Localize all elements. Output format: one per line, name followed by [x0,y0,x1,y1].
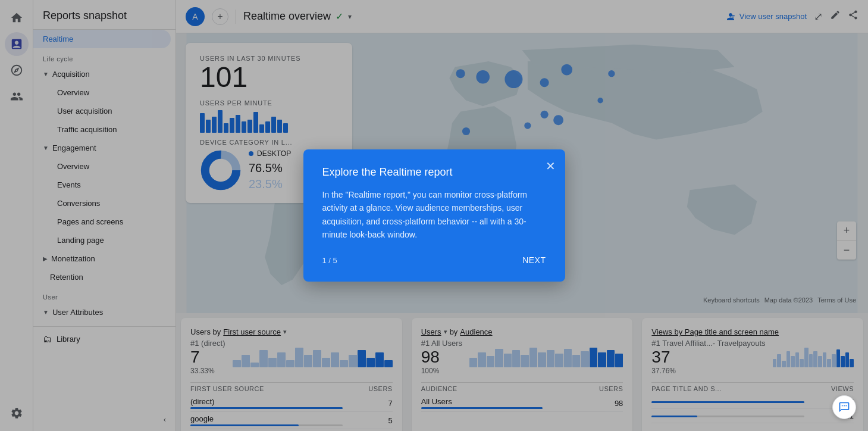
modal-title: Explore the Realtime report [322,166,546,179]
svg-rect-20 [846,405,847,407]
svg-rect-19 [844,405,845,407]
chat-button[interactable] [832,395,856,419]
modal-pagination: 1 / 5 [322,256,337,265]
modal-footer: 1 / 5 NEXT [322,255,546,265]
modal-body: In the "Realtime report," you can monito… [322,188,546,242]
svg-rect-18 [842,405,843,407]
modal-close-button[interactable]: ✕ [546,159,556,173]
explore-modal: ✕ Explore the Realtime report In the "Re… [303,149,565,282]
modal-next-button[interactable]: NEXT [522,255,546,265]
modal-overlay: ✕ Explore the Realtime report In the "Re… [0,0,868,431]
